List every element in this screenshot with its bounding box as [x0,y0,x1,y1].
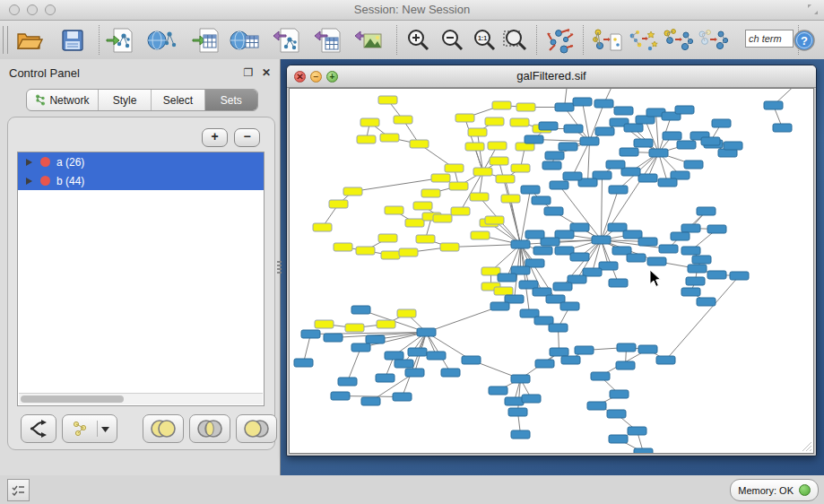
export-table-button[interactable] [310,23,344,56]
network-canvas[interactable] [289,88,814,454]
graph-node-blue[interactable] [616,361,635,369]
graph-node-blue[interactable] [587,402,606,410]
graph-node-blue[interactable] [489,387,507,395]
graph-node-blue[interactable] [395,360,413,368]
graph-node-yellow[interactable] [378,96,397,104]
graph-node-blue[interactable] [550,348,568,356]
create-set-from-network-button[interactable] [62,414,117,443]
union-sets-button[interactable] [143,414,184,443]
graph-node-blue[interactable] [658,178,677,187]
apply-preferred-layout-button[interactable] [543,23,577,56]
graph-node-yellow[interactable] [440,243,459,251]
graph-node-blue[interactable] [649,149,668,157]
task-history-button[interactable] [7,479,30,501]
graph-node-blue[interactable] [549,324,568,332]
graph-node-yellow[interactable] [405,219,424,227]
graph-node-yellow[interactable] [511,164,530,172]
graph-node-blue[interactable] [376,374,395,382]
graph-node-yellow[interactable] [385,206,403,214]
graph-node-yellow[interactable] [356,247,375,255]
tab-select[interactable]: Select [152,90,204,110]
graph-node-blue[interactable] [638,345,657,353]
graph-node-yellow[interactable] [488,142,507,150]
graph-node-blue[interactable] [724,142,742,150]
graph-node-blue[interactable] [681,247,700,255]
graph-edge[interactable] [602,176,603,240]
graph-node-blue[interactable] [701,137,720,145]
graph-node-yellow[interactable] [394,116,412,124]
graph-node-blue[interactable] [366,335,385,343]
graph-node-blue[interactable] [707,271,726,279]
graph-node-blue[interactable] [591,372,610,380]
graph-node-blue[interactable] [573,98,592,106]
memory-status-button[interactable]: Memory: OK [730,479,819,501]
graph-node-yellow[interactable] [313,223,332,231]
zoom-actual-size-button[interactable]: 1:1 [467,23,501,56]
tab-sets[interactable]: Sets [205,90,257,110]
graph-node-yellow[interactable] [433,214,452,222]
graph-node-blue[interactable] [405,369,424,377]
graph-node-blue[interactable] [692,256,711,264]
graph-node-blue[interactable] [522,395,541,403]
graph-node-blue[interactable] [525,230,544,239]
panel-float-button[interactable]: ❐ [242,66,255,79]
graph-node-blue[interactable] [533,247,552,255]
graph-edge[interactable] [666,276,740,361]
graph-node-blue[interactable] [707,225,726,233]
graph-node-yellow[interactable] [455,114,474,122]
graph-node-blue[interactable] [511,430,530,439]
graph-node-blue[interactable] [539,122,558,130]
graph-node-blue[interactable] [620,148,638,156]
graph-node-yellow[interactable] [315,320,334,328]
identify-modules-button[interactable] [626,23,660,56]
intersect-sets-button[interactable] [189,414,230,443]
graph-node-blue[interactable] [544,207,563,215]
graph-node-blue[interactable] [624,124,643,132]
zoom-fit-selected-button[interactable] [499,23,533,56]
remove-set-button[interactable]: − [234,128,260,147]
graph-edge[interactable] [461,172,483,212]
split-sets-button[interactable] [21,414,56,443]
graph-node-blue[interactable] [331,392,350,400]
import-network-from-file-button[interactable] [102,23,136,56]
graph-node-blue[interactable] [686,277,705,285]
graph-node-blue[interactable] [663,132,681,140]
fullscreen-icon[interactable] [807,4,819,15]
graph-node-yellow[interactable] [494,287,513,295]
graph-node-blue[interactable] [301,330,320,338]
graph-node-blue[interactable] [675,106,694,114]
set-row[interactable]: a (26) [18,152,264,171]
graph-node-blue[interactable] [580,137,599,145]
graph-node-yellow[interactable] [496,175,515,183]
graph-node-blue[interactable] [773,124,792,132]
graph-node-blue[interactable] [681,224,700,232]
graph-node-blue[interactable] [730,272,749,280]
graph-node-yellow[interactable] [516,103,535,111]
splitter-handle[interactable] [277,261,282,274]
graph-node-yellow[interactable] [485,117,504,126]
graph-node-yellow[interactable] [380,134,399,142]
graph-node-blue[interactable] [385,352,403,360]
graph-node-blue[interactable] [697,207,716,215]
graph-node-blue[interactable] [555,103,574,111]
graph-node-blue[interactable] [525,135,543,143]
graph-node-blue[interactable] [607,410,626,418]
graph-node-yellow[interactable] [470,193,489,201]
graph-node-yellow[interactable] [378,234,397,242]
graph-node-blue[interactable] [623,230,642,239]
graph-edge[interactable] [583,102,590,142]
graph-node-blue[interactable] [541,238,559,246]
graph-node-blue[interactable] [324,334,343,342]
graph-node-blue[interactable] [532,196,551,204]
graph-node-blue[interactable] [553,282,572,291]
graph-node-yellow[interactable] [343,187,362,196]
graph-node-yellow[interactable] [413,202,432,210]
scrollbar-thumb[interactable] [21,395,124,403]
graph-node-blue[interactable] [560,302,579,310]
graph-node-blue[interactable] [764,101,783,109]
graph-node-yellow[interactable] [449,182,468,190]
graph-node-blue[interactable] [688,265,707,273]
graph-node-blue[interactable] [609,186,628,194]
graph-node-yellow[interactable] [421,189,440,197]
graph-node-blue[interactable] [441,369,460,377]
